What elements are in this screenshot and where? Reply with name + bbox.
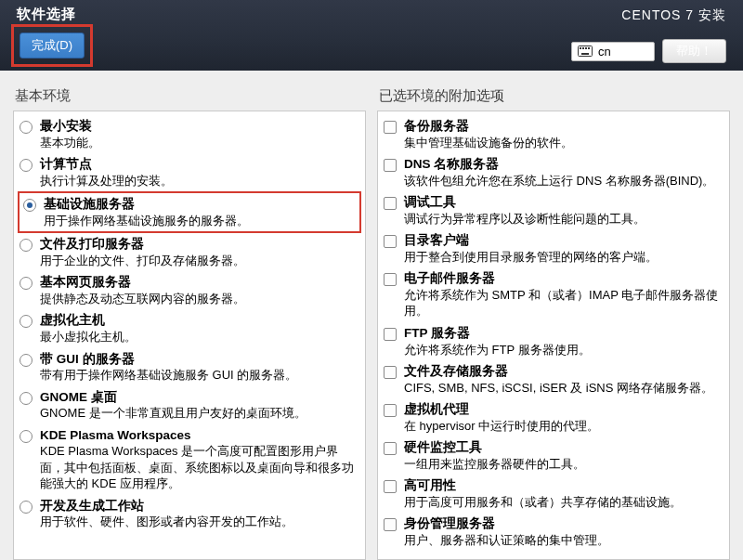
env-option-desc: 提供静态及动态互联网内容的服务器。 [40,291,358,307]
env-option-desc: 用于操作网络基础设施服务的服务器。 [44,213,354,229]
env-option[interactable]: 开发及生成工作站用于软件、硬件、图形或者内容开发的工作站。 [16,495,363,533]
addon-option-title: 目录客户端 [404,232,722,249]
env-option-desc: 用于企业的文件、打印及存储服务器。 [40,253,358,269]
env-option[interactable]: KDE Plasma WorkspacesKDE Plasma Workspac… [16,424,363,495]
env-option-desc: 带有用于操作网络基础设施服务 GUI 的服务器。 [40,367,358,384]
addon-option[interactable]: 硬件监控工具一组用来监控服务器硬件的工具。 [380,436,727,475]
addon-option-desc: 用于整合到使用目录服务管理的网络的客户端。 [404,249,722,266]
env-option-title: 虚拟化主机 [40,312,358,329]
keyboard-icon [578,46,593,57]
radio-icon[interactable] [20,239,33,252]
addon-option[interactable]: 备份服务器集中管理基础设施备份的软件。 [380,115,727,153]
checkbox-icon[interactable] [384,518,397,531]
checkbox-icon[interactable] [384,404,397,417]
checkbox-icon[interactable] [384,121,397,134]
addon-option-title: 文件及存储服务器 [404,363,722,380]
env-option-desc: 执行计算及处理的安装。 [40,173,358,189]
svg-rect-2 [582,47,584,49]
env-option-title: GNOME 桌面 [40,389,358,406]
addon-option-desc: 允许将系统作为 SMTP 和（或者）IMAP 电子邮件服务器使用。 [404,287,722,319]
addon-option-desc: 在 hypervisor 中运行时使用的代理。 [404,418,722,435]
addon-option-desc: 集中管理基础设施备份的软件。 [404,135,722,151]
addon-option[interactable]: FTP 服务器允许将系统作为 FTP 服务器使用。 [380,322,727,360]
checkbox-icon[interactable] [384,159,397,172]
env-option[interactable]: 带 GUI 的服务器带有用于操作网络基础设施服务 GUI 的服务器。 [16,348,363,386]
addon-option-title: 身份管理服务器 [404,515,722,532]
keyboard-layout-button[interactable]: cn [571,42,655,61]
svg-rect-1 [580,47,581,49]
checkbox-icon[interactable] [384,197,397,210]
checkbox-icon[interactable] [384,328,397,341]
keyboard-label: cn [598,45,611,59]
env-option-desc: 基本功能。 [40,135,358,151]
env-option-title: 带 GUI 的服务器 [40,351,358,368]
addon-option-title: 备份服务器 [404,118,722,135]
env-option[interactable]: 最小安装基本功能。 [16,115,363,153]
addon-option-desc: 用户、服务器和认证策略的集中管理。 [404,532,722,549]
addon-option-desc: 该软件包组允许您在系统上运行 DNS 名称服务器(BIND)。 [404,173,722,189]
env-option[interactable]: 计算节点执行计算及处理的安装。 [16,153,363,191]
env-option[interactable]: 虚拟化主机最小虚拟化主机。 [16,309,363,347]
addon-option[interactable]: 电子邮件服务器允许将系统作为 SMTP 和（或者）IMAP 电子邮件服务器使用。 [380,267,727,322]
checkbox-icon[interactable] [384,480,397,493]
env-option-desc: KDE Plasma Workspaces 是一个高度可配置图形用户界面，其中包… [40,443,358,492]
addons-list: 备份服务器集中管理基础设施备份的软件。DNS 名称服务器该软件包组允许您在系统上… [377,111,730,560]
addon-option[interactable]: 文件及存储服务器CIFS, SMB, NFS, iSCSI, iSER 及 iS… [380,360,727,398]
env-option-title: 最小安装 [40,118,358,135]
addon-option[interactable]: 高可用性用于高度可用服务和（或者）共享存储的基础设施。 [380,475,727,513]
addon-option[interactable]: 虚拟机代理在 hypervisor 中运行时使用的代理。 [380,398,727,436]
addon-option-desc: 用于高度可用服务和（或者）共享存储的基础设施。 [404,494,722,511]
checkbox-icon[interactable] [384,235,397,248]
addon-option[interactable]: 调试工具调试行为异常程序以及诊断性能问题的工具。 [380,191,727,229]
help-button[interactable]: 帮助！ [662,39,726,63]
addon-option-title: 虚拟机代理 [404,401,722,418]
radio-icon[interactable] [23,199,36,212]
installer-label: CENTOS 7 安装 [621,7,726,24]
radio-icon[interactable] [20,430,33,443]
svg-rect-5 [581,53,589,55]
addon-option-desc: 调试行为异常程序以及诊断性能问题的工具。 [404,211,722,228]
env-option-desc: GNOME 是一个非常直观且用户友好的桌面环境。 [40,405,358,422]
done-button[interactable]: 完成(D) [20,33,85,59]
radio-icon[interactable] [20,354,33,367]
env-option-title: 文件及打印服务器 [40,236,358,253]
env-option-title: KDE Plasma Workspaces [40,427,358,444]
base-env-heading: 基本环境 [13,87,366,105]
radio-icon[interactable] [20,121,33,134]
env-option[interactable]: GNOME 桌面GNOME 是一个非常直观且用户友好的桌面环境。 [16,386,363,424]
addon-option-desc: CIFS, SMB, NFS, iSCSI, iSER 及 iSNS 网络存储服… [404,380,722,397]
page-title: 软件选择 [17,6,726,23]
env-option-title: 基本网页服务器 [40,274,358,291]
addon-option[interactable]: 目录客户端用于整合到使用目录服务管理的网络的客户端。 [380,229,727,267]
addon-option-title: 硬件监控工具 [404,439,722,456]
env-option-desc: 最小虚拟化主机。 [40,329,358,345]
addon-option[interactable]: 身份管理服务器用户、服务器和认证策略的集中管理。 [380,513,727,551]
env-option[interactable]: 基本网页服务器提供静态及动态互联网内容的服务器。 [16,271,363,309]
radio-icon[interactable] [20,501,33,514]
env-option[interactable]: 基础设施服务器用于操作网络基础设施服务的服务器。 [18,191,361,233]
checkbox-icon[interactable] [384,442,397,455]
done-highlight-box: 完成(D) [11,24,93,67]
addon-option-title: 调试工具 [404,194,722,211]
svg-rect-3 [585,47,587,49]
radio-icon[interactable] [20,277,33,290]
base-env-list: 最小安装基本功能。计算节点执行计算及处理的安装。基础设施服务器用于操作网络基础设… [13,111,366,560]
addons-heading: 已选环境的附加选项 [377,87,730,105]
checkbox-icon[interactable] [384,366,397,379]
addon-option-title: FTP 服务器 [404,325,722,342]
env-option-title: 开发及生成工作站 [40,498,358,514]
env-option[interactable]: 文件及打印服务器用于企业的文件、打印及存储服务器。 [16,233,363,271]
addon-option[interactable]: DNS 名称服务器该软件包组允许您在系统上运行 DNS 名称服务器(BIND)。 [380,153,727,191]
env-option-title: 计算节点 [40,156,358,173]
addon-option-title: DNS 名称服务器 [404,156,722,173]
env-option-desc: 用于软件、硬件、图形或者内容开发的工作站。 [40,514,358,530]
addon-option-desc: 一组用来监控服务器硬件的工具。 [404,456,722,473]
radio-icon[interactable] [20,392,33,405]
svg-rect-4 [588,47,590,49]
radio-icon[interactable] [20,159,33,172]
addon-option-title: 电子邮件服务器 [404,270,722,287]
checkbox-icon[interactable] [384,273,397,286]
env-option-title: 基础设施服务器 [44,196,354,213]
radio-icon[interactable] [20,315,33,328]
addon-option-title: 高可用性 [404,477,722,494]
